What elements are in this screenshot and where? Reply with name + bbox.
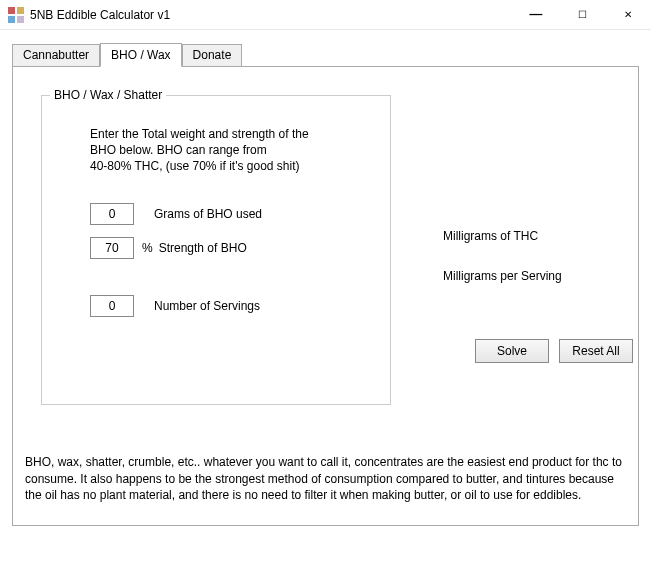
- servings-input[interactable]: [90, 295, 134, 317]
- instructions-line2: BHO below. BHO can range from: [90, 143, 267, 157]
- groupbox-bho: BHO / Wax / Shatter Enter the Total weig…: [41, 95, 391, 405]
- content-area: Cannabutter BHO / Wax Donate BHO / Wax /…: [0, 30, 651, 538]
- servings-label: Number of Servings: [154, 299, 260, 313]
- tab-bho-wax[interactable]: BHO / Wax: [100, 43, 182, 67]
- tab-donate[interactable]: Donate: [182, 44, 243, 68]
- results-area: Milligrams of THC Milligrams per Serving: [443, 229, 562, 309]
- instructions-line1: Enter the Total weight and strength of t…: [90, 127, 309, 141]
- strength-input[interactable]: [90, 237, 134, 259]
- solve-button[interactable]: Solve: [475, 339, 549, 363]
- footer-description: BHO, wax, shatter, crumble, etc.. whatev…: [17, 454, 630, 503]
- row-grams: Grams of BHO used: [76, 203, 366, 225]
- percent-symbol: %: [142, 241, 153, 255]
- instructions-line3: 40-80% THC, (use 70% if it's good shit): [90, 159, 300, 173]
- serving-result-label: Milligrams per Serving: [443, 269, 562, 283]
- grams-label: Grams of BHO used: [154, 207, 262, 221]
- tab-cannabutter[interactable]: Cannabutter: [12, 44, 100, 68]
- groupbox-title: BHO / Wax / Shatter: [50, 88, 166, 102]
- window-title: 5NB Eddible Calculator v1: [30, 8, 513, 22]
- grams-input[interactable]: [90, 203, 134, 225]
- instructions-text: Enter the Total weight and strength of t…: [76, 126, 366, 175]
- tab-bar: Cannabutter BHO / Wax Donate: [12, 42, 639, 66]
- window-controls: ─ ☐ ✕: [513, 0, 651, 29]
- app-icon: [8, 7, 24, 23]
- maximize-button[interactable]: ☐: [559, 0, 605, 29]
- minimize-button[interactable]: ─: [513, 0, 559, 29]
- button-row: Solve Reset All: [475, 339, 633, 363]
- strength-label: Strength of BHO: [159, 241, 247, 255]
- titlebar: 5NB Eddible Calculator v1 ─ ☐ ✕: [0, 0, 651, 30]
- row-servings: Number of Servings: [76, 295, 366, 317]
- row-strength: % Strength of BHO: [76, 237, 366, 259]
- reset-button[interactable]: Reset All: [559, 339, 633, 363]
- tab-panel-bho: BHO / Wax / Shatter Enter the Total weig…: [12, 66, 639, 526]
- close-button[interactable]: ✕: [605, 0, 651, 29]
- thc-result-label: Milligrams of THC: [443, 229, 562, 243]
